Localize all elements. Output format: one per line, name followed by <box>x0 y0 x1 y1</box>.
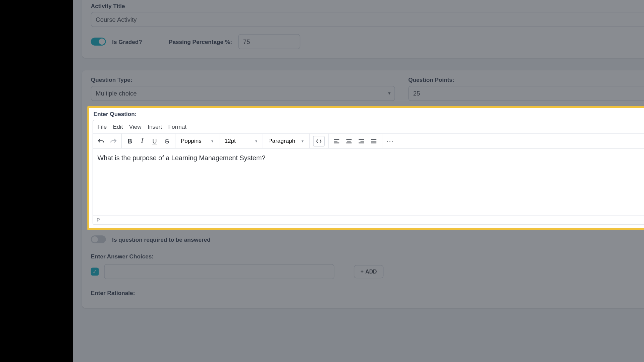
menu-insert[interactable]: Insert <box>148 123 162 130</box>
menu-view[interactable]: View <box>129 123 142 130</box>
editor-statusbar: P 9 WORDS <box>93 215 644 225</box>
answer-choice-input[interactable] <box>104 264 334 279</box>
activity-title-label: Activity Title <box>91 3 644 9</box>
passing-percentage-label: Passing Percentage %: <box>169 38 232 45</box>
block-format-value: Paragraph <box>268 138 295 144</box>
more-button[interactable]: ··· <box>384 135 396 147</box>
activity-settings-card: Activity Title Is Graded? Passing Percen… <box>82 0 644 58</box>
font-size-select[interactable]: 12pt ▾ <box>221 138 261 144</box>
menu-file[interactable]: File <box>98 123 107 130</box>
enter-question-label: Enter Question: <box>94 111 644 117</box>
align-left-button[interactable] <box>330 135 343 147</box>
rationale-label: Enter Rationale: <box>91 290 644 297</box>
plus-icon: + <box>361 268 364 275</box>
editor-content[interactable]: What is the purpose of a Learning Manage… <box>93 149 644 215</box>
font-size-value: 12pt <box>224 138 235 144</box>
add-answer-label: ADD <box>365 268 377 275</box>
font-family-select[interactable]: Poppins ▾ <box>177 138 217 144</box>
chevron-down-icon: ▾ <box>302 139 304 143</box>
block-format-select[interactable]: Paragraph ▾ <box>265 138 308 144</box>
answer-correct-checkbox[interactable]: ✓ <box>91 268 99 276</box>
enter-question-highlight: Enter Question: File Edit View Insert Fo… <box>87 106 644 230</box>
menu-format[interactable]: Format <box>168 123 186 130</box>
undo-button[interactable] <box>95 135 107 147</box>
editor-path: P <box>97 217 100 223</box>
passing-percentage-input[interactable] <box>238 34 300 49</box>
question-type-select[interactable] <box>91 86 395 101</box>
question-type-label: Question Type: <box>91 76 395 83</box>
align-justify-button[interactable] <box>368 135 380 147</box>
is-graded-label: Is Graded? <box>112 38 142 45</box>
redo-button[interactable] <box>107 135 120 147</box>
strikethrough-button[interactable]: S <box>161 135 173 147</box>
bold-button[interactable]: B <box>123 135 136 147</box>
rich-text-editor: File Edit View Insert Format <box>93 120 644 225</box>
activity-title-input[interactable] <box>91 12 644 27</box>
align-right-button[interactable] <box>355 135 368 147</box>
question-card: Question Type: ▾ Question Points: Enter … <box>82 70 644 308</box>
align-center-button[interactable] <box>343 135 355 147</box>
question-required-toggle[interactable] <box>91 235 106 243</box>
is-graded-toggle[interactable] <box>91 38 106 46</box>
editor-menubar: File Edit View Insert Format <box>93 120 644 134</box>
answer-choices-label: Enter Answer Choices: <box>91 253 644 260</box>
italic-button[interactable]: I <box>136 135 148 147</box>
add-answer-button[interactable]: + ADD <box>354 265 383 279</box>
question-points-label: Question Points: <box>408 76 644 83</box>
code-button[interactable] <box>313 136 324 146</box>
question-required-label: Is question required to be answered <box>112 236 211 243</box>
menu-edit[interactable]: Edit <box>113 123 123 130</box>
font-family-value: Poppins <box>181 138 202 144</box>
underline-button[interactable]: U <box>148 135 161 147</box>
editor-toolbar: B I U S Poppins ▾ <box>93 134 644 149</box>
chevron-down-icon: ▾ <box>255 139 258 143</box>
question-points-input[interactable] <box>408 86 644 101</box>
chevron-down-icon: ▾ <box>211 139 214 143</box>
